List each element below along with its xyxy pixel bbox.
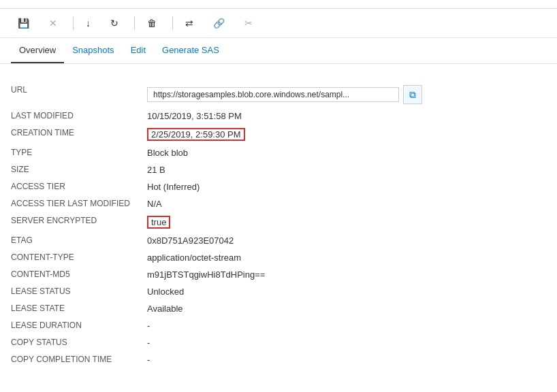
property-key: ACCESS TIER bbox=[11, 178, 147, 195]
table-row: ACCESS TIERHot (Inferred) bbox=[11, 178, 546, 195]
download-button[interactable]: ↓ bbox=[79, 14, 101, 32]
property-key: ACCESS TIER LAST MODIFIED bbox=[11, 195, 147, 212]
discard-button[interactable]: ✕ bbox=[42, 14, 67, 32]
change-tier-button[interactable]: ⇄ bbox=[178, 14, 204, 32]
property-value: Block blob bbox=[147, 144, 546, 161]
acquire-lease-button[interactable]: 🔗 bbox=[206, 14, 235, 32]
highlighted-value: true bbox=[147, 216, 170, 229]
property-key: TYPE bbox=[11, 144, 147, 161]
discard-icon: ✕ bbox=[49, 18, 57, 29]
table-row: ETAG0x8D751A923E07042 bbox=[11, 232, 546, 249]
change-tier-icon: ⇄ bbox=[185, 18, 193, 29]
property-key: CREATION TIME bbox=[11, 125, 147, 144]
property-value: application/octet-stream bbox=[147, 249, 546, 266]
save-button[interactable]: 💾 bbox=[11, 14, 39, 32]
property-key: SIZE bbox=[11, 161, 147, 178]
toolbar: 💾 ✕ ↓ ↻ 🗑 ⇄ 🔗 ✂ bbox=[0, 9, 557, 38]
property-value: 2/25/2019, 2:59:30 PM bbox=[147, 125, 546, 144]
table-row: URLhttps://storagesamples.blob.core.wind… bbox=[11, 82, 546, 108]
property-key: ETAG bbox=[11, 232, 147, 249]
save-icon: 💾 bbox=[18, 18, 29, 29]
property-key: COPY STATUS bbox=[11, 334, 147, 351]
property-value: Hot (Inferred) bbox=[147, 178, 546, 195]
tab-generate-sas[interactable]: Generate SAS bbox=[154, 38, 227, 63]
toolbar-separator-2 bbox=[134, 16, 135, 30]
tabs-container: Overview Snapshots Edit Generate SAS bbox=[0, 38, 557, 64]
table-row: CONTENT-MD5m91jBTSTqgiwHi8TdHPing== bbox=[11, 266, 546, 283]
property-value: true bbox=[147, 212, 546, 232]
delete-button[interactable]: 🗑 bbox=[140, 14, 167, 32]
url-container: https://storagesamples.blob.core.windows… bbox=[147, 85, 541, 104]
property-value: 21 B bbox=[147, 161, 546, 178]
url-box: https://storagesamples.blob.core.windows… bbox=[147, 87, 399, 102]
download-icon: ↓ bbox=[86, 18, 91, 29]
tab-snapshots[interactable]: Snapshots bbox=[64, 38, 122, 63]
break-lease-button[interactable]: ✂ bbox=[238, 14, 263, 32]
table-row: CREATION TIME2/25/2019, 2:59:30 PM bbox=[11, 125, 546, 144]
property-key: SERVER ENCRYPTED bbox=[11, 212, 147, 232]
property-value: - bbox=[147, 334, 546, 351]
property-value: Available bbox=[147, 300, 546, 317]
property-key: LEASE STATE bbox=[11, 300, 147, 317]
table-row: LEASE DURATION- bbox=[11, 317, 546, 334]
table-row: SIZE21 B bbox=[11, 161, 546, 178]
property-key: CONTENT-MD5 bbox=[11, 266, 147, 283]
property-key: LEASE STATUS bbox=[11, 283, 147, 300]
break-lease-icon: ✂ bbox=[244, 18, 253, 29]
property-value: m91jBTSTqgiwHi8TdHPing== bbox=[147, 266, 546, 283]
table-row: COPY COMPLETION TIME- bbox=[11, 351, 546, 368]
property-key: COPY COMPLETION TIME bbox=[11, 351, 147, 368]
acquire-lease-icon: 🔗 bbox=[213, 18, 225, 29]
refresh-button[interactable]: ↻ bbox=[104, 14, 129, 32]
property-key: LEASE DURATION bbox=[11, 317, 147, 334]
table-row: LEASE STATUSUnlocked bbox=[11, 283, 546, 300]
table-row: LAST MODIFIED10/15/2019, 3:51:58 PM bbox=[11, 108, 546, 125]
property-value: https://storagesamples.blob.core.windows… bbox=[147, 82, 546, 108]
property-value: - bbox=[147, 317, 546, 334]
property-value: 10/15/2019, 3:51:58 PM bbox=[147, 108, 546, 125]
toolbar-separator-1 bbox=[73, 16, 74, 30]
property-key: CONTENT-TYPE bbox=[11, 249, 147, 266]
copy-url-button[interactable]: ⧉ bbox=[403, 85, 422, 104]
table-row: COPY STATUS- bbox=[11, 334, 546, 351]
property-key: URL bbox=[11, 82, 147, 108]
content-area: URLhttps://storagesamples.blob.core.wind… bbox=[0, 64, 557, 379]
table-row: LEASE STATEAvailable bbox=[11, 300, 546, 317]
property-key: LAST MODIFIED bbox=[11, 108, 147, 125]
tab-overview[interactable]: Overview bbox=[11, 38, 64, 63]
table-row: SERVER ENCRYPTEDtrue bbox=[11, 212, 546, 232]
table-row: TYPEBlock blob bbox=[11, 144, 546, 161]
title-bar bbox=[0, 0, 557, 9]
property-value: 0x8D751A923E07042 bbox=[147, 232, 546, 249]
toolbar-separator-3 bbox=[172, 16, 173, 30]
tab-edit[interactable]: Edit bbox=[123, 38, 154, 63]
properties-table: URLhttps://storagesamples.blob.core.wind… bbox=[11, 82, 546, 368]
property-value: N/A bbox=[147, 195, 546, 212]
delete-icon: 🗑 bbox=[147, 18, 157, 29]
property-value: Unlocked bbox=[147, 283, 546, 300]
property-value: - bbox=[147, 351, 546, 368]
table-row: CONTENT-TYPEapplication/octet-stream bbox=[11, 249, 546, 266]
highlighted-value: 2/25/2019, 2:59:30 PM bbox=[147, 128, 245, 141]
table-row: ACCESS TIER LAST MODIFIEDN/A bbox=[11, 195, 546, 212]
refresh-icon: ↻ bbox=[110, 18, 118, 29]
